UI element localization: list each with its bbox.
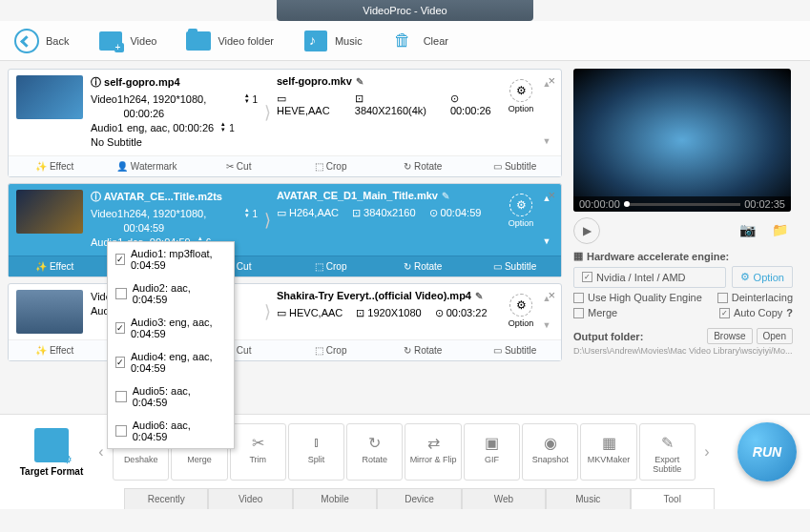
video-thumbnail[interactable] — [16, 75, 83, 119]
output-resolution: ⊡ 3840X2160(4k) — [355, 92, 437, 116]
crop-button[interactable]: ⬚ Crop — [285, 156, 378, 176]
video-card[interactable]: × AVATAR_CE...Title.m2ts Video1h264, 192… — [8, 183, 562, 277]
output-info: Shakira-Try Everyt..(official Video).mp4… — [277, 290, 502, 334]
effect-button[interactable]: ✨ Effect — [9, 340, 101, 360]
subtitle-button[interactable]: ▭ Subtitle — [469, 156, 562, 176]
tool-split[interactable]: ⫾Split — [288, 423, 344, 481]
rotate-button[interactable]: ↻ Rotate — [377, 256, 469, 276]
audio-track-item[interactable]: ✓Audio4: eng, aac, 0:04:59 — [108, 345, 234, 379]
audio-track-item[interactable]: Audio6: aac, 0:04:59 — [108, 414, 234, 448]
video-plus-icon — [99, 31, 122, 51]
audio-track-item[interactable]: ✓Audio1: mp3float, 0:04:59 — [108, 242, 234, 276]
category-tab-video[interactable]: Video — [208, 488, 292, 509]
rotate-button[interactable]: ↻ Rotate — [377, 156, 469, 176]
autocopy-toggle[interactable]: ✓Auto Copy ? — [719, 307, 793, 318]
option-gear-button[interactable]: ⚙ — [509, 294, 532, 317]
effect-button[interactable]: ✨ Effect — [9, 256, 101, 276]
subtitle-button[interactable]: ▭ Subtitle — [469, 340, 562, 360]
tool-gif[interactable]: ▣GIF — [464, 423, 520, 481]
preview-frame — [573, 69, 791, 212]
option-column: ⚙ Option — [502, 190, 540, 250]
audio-track-label: Audio4: eng, aac, 0:04:59 — [131, 351, 226, 374]
output-filename[interactable]: self-gopro.mkv✎ — [277, 75, 502, 87]
audio-track-item[interactable]: Audio5: aac, 0:04:59 — [108, 379, 234, 414]
category-tab-recently[interactable]: Recently — [124, 488, 208, 509]
run-button[interactable]: RUN — [737, 422, 797, 481]
option-gear-button[interactable]: ⚙ — [509, 194, 532, 216]
add-music-button[interactable]: Music — [302, 28, 363, 54]
checkbox-icon: ✓ — [115, 322, 125, 334]
checkbox-icon — [115, 425, 127, 437]
subtitle-button[interactable]: ▭ Subtitle — [469, 256, 562, 276]
add-video-button[interactable]: Video — [97, 28, 156, 54]
audio-track-dropdown[interactable]: ✓Audio1: mp3float, 0:04:59Audio2: aac, 0… — [107, 241, 235, 449]
audio-track-item[interactable]: ✓Audio3: eng, aac, 0:04:59 — [108, 311, 234, 345]
category-tab-web[interactable]: Web — [462, 488, 546, 509]
tool-export-subtitle[interactable]: ✎Export Subtitle — [639, 423, 696, 481]
source-filename: AVATAR_CE...Title.m2ts — [91, 190, 258, 204]
play-button[interactable]: ▶ — [573, 217, 600, 244]
browse-button[interactable]: Browse — [707, 328, 752, 344]
video-card[interactable]: × Video1▴▾ 1 Audio1▴▾ 4 ▴▾ 9 Shakira-Try… — [8, 283, 562, 361]
edit-name-icon[interactable]: ✎ — [442, 191, 449, 201]
hq-engine-toggle[interactable]: Use High Quality Engine — [573, 292, 712, 303]
edit-name-icon[interactable]: ✎ — [475, 291, 483, 301]
close-icon[interactable]: × — [548, 73, 555, 88]
open-button[interactable]: Open — [757, 328, 793, 344]
watermark-button[interactable]: 👤 Watermark — [101, 156, 194, 176]
output-filename[interactable]: AVATAR_CE_D1_Main_Title.mkv✎ — [277, 190, 502, 201]
arrow-separator — [258, 75, 277, 150]
output-duration: ⊙ 00:00:26 — [450, 92, 502, 116]
video-preview[interactable]: 00:00:00 00:02:35 — [573, 69, 791, 212]
deinterlacing-toggle[interactable]: Deinterlacing — [717, 292, 793, 303]
audio-track-spinner[interactable]: ▴▾ — [218, 121, 229, 135]
tool-label: Snapshot — [525, 455, 575, 464]
tool-trim[interactable]: ✂Trim — [230, 423, 286, 481]
video-thumbnail[interactable] — [16, 190, 83, 234]
audio-track-item[interactable]: Audio2: aac, 0:04:59 — [108, 276, 234, 311]
category-tab-tool[interactable]: Tool — [631, 488, 715, 509]
snapshot-button[interactable]: 📷 — [739, 222, 760, 239]
effect-button[interactable]: ✨ Effect — [9, 156, 101, 176]
hw-nvidia-toggle[interactable]: ✓Nvidia / Intel / AMD — [573, 267, 726, 288]
audio-track-label: Audio6: aac, 0:04:59 — [133, 419, 226, 442]
arrow-separator — [258, 290, 277, 334]
video-track-spinner[interactable]: ▴▾ — [242, 92, 253, 121]
tool-mkvmaker[interactable]: ▦MKVMaker — [580, 423, 636, 481]
close-icon[interactable]: × — [548, 188, 555, 202]
option-gear-button[interactable]: ⚙ — [509, 79, 532, 102]
clear-button[interactable]: Clear — [391, 28, 448, 54]
tool-rotate[interactable]: ↻Rotate — [346, 423, 403, 481]
video-thumbnail[interactable] — [16, 290, 83, 334]
back-button[interactable]: Back — [13, 28, 69, 54]
cut-button[interactable]: ✂ Cut — [193, 156, 285, 176]
video-card[interactable]: × self-gopro.mp4 Video1h264, 1920*1080, … — [8, 69, 562, 177]
video-label: Video — [130, 35, 156, 47]
tool-snapshot[interactable]: ◉Snapshot — [522, 423, 578, 481]
merge-toggle[interactable]: Merge — [573, 307, 714, 318]
crop-button[interactable]: ⬚ Crop — [285, 340, 378, 360]
video-track-spinner[interactable]: ▴▾ — [242, 207, 253, 235]
add-folder-button[interactable]: Video folder — [185, 28, 274, 54]
tools-next-button[interactable]: › — [699, 443, 715, 460]
category-tab-mobile[interactable]: Mobile — [293, 488, 377, 509]
category-tab-music[interactable]: Music — [546, 488, 630, 509]
preview-controls: ▶ 📷 📁 — [573, 217, 793, 244]
move-down-button[interactable]: ▼ — [540, 136, 553, 146]
hw-option-button[interactable]: ⚙Option — [732, 266, 793, 288]
help-icon[interactable]: ? — [786, 307, 793, 318]
rotate-button[interactable]: ↻ Rotate — [377, 340, 469, 360]
seek-bar[interactable] — [624, 203, 740, 206]
open-folder-button[interactable]: 📁 — [772, 222, 793, 239]
output-filename[interactable]: Shakira-Try Everyt..(official Video).mp4… — [277, 290, 502, 301]
arrow-separator — [258, 190, 277, 250]
target-format-button[interactable]: Target Format — [13, 428, 90, 477]
edit-name-icon[interactable]: ✎ — [356, 76, 363, 87]
close-icon[interactable]: × — [548, 288, 555, 302]
move-down-button[interactable]: ▼ — [540, 320, 553, 330]
preview-timeline[interactable]: 00:00:00 00:02:35 — [573, 196, 791, 212]
category-tab-device[interactable]: Device — [377, 488, 461, 509]
tool-mirror-flip[interactable]: ⇄Mirror & Flip — [405, 423, 461, 481]
move-down-button[interactable]: ▼ — [540, 236, 553, 246]
crop-button[interactable]: ⬚ Crop — [285, 256, 378, 276]
